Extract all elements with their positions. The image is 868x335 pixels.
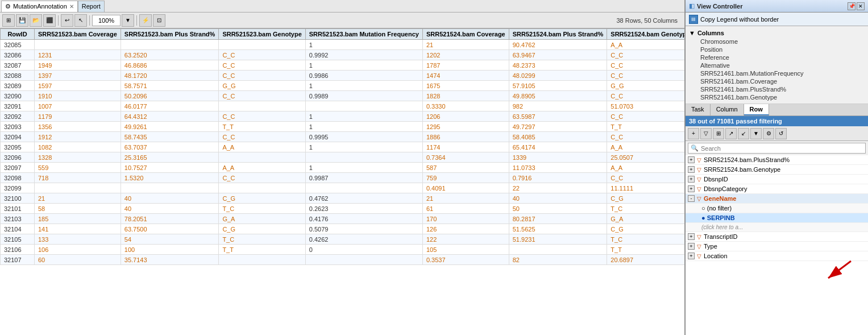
col-item-chromosome[interactable]: Chromosome — [689, 38, 865, 46]
expand-type[interactable]: + — [688, 243, 695, 250]
table-row[interactable]: 32091100746.01770.333098251.0703SERPINB5… — [1, 101, 685, 111]
col-header-rowid[interactable]: RowID — [1, 29, 35, 40]
col-item-mutfreq[interactable]: SRR521461.bam.MutationFrequency — [689, 69, 865, 77]
filter-item-genename[interactable]: - ▽ GeneName — [686, 194, 868, 204]
table-row[interactable]: 3210414163.7500C_G0.507912651.5625C_Grs1… — [1, 224, 685, 234]
toolbar-btn-3[interactable]: 📂 — [30, 14, 42, 27]
col-item-reference[interactable]: Reference — [689, 53, 865, 61]
search-box[interactable]: 🔍 — [688, 143, 866, 154]
filter-item-dbsnpcat[interactable]: + ▽ DbsnpCategory — [686, 184, 868, 194]
vc-settings-btn[interactable]: ⚙ — [763, 128, 774, 139]
vc-refresh-btn[interactable]: ↺ — [775, 128, 787, 139]
table-row[interactable]: 32095108263.7037A_A1117465.4174A_Ars1166… — [1, 142, 685, 152]
table-row[interactable]: 32092117964.4312C_C1120663.5987C_Crs894C… — [1, 111, 685, 122]
tab-report[interactable]: Report — [78, 1, 105, 12]
table-container[interactable]: RowID SRR521523.bam Coverage SRR521523.b… — [0, 28, 684, 335]
table-cell: 32091 — [1, 101, 35, 111]
filter-item-location[interactable]: + ▽ Location — [686, 251, 868, 261]
vc-more-btn[interactable]: ▼ — [750, 128, 762, 139]
expand-genotype[interactable]: + — [688, 166, 695, 173]
vc-export-btn[interactable]: ↗ — [725, 128, 737, 139]
tab-close-mutation[interactable]: ✕ — [69, 3, 74, 10]
vc-close-btn[interactable]: ✕ — [857, 2, 865, 10]
expand-dbsnpid[interactable]: + — [688, 176, 695, 183]
table-cell: 1597 — [35, 81, 121, 91]
columns-section-header[interactable]: ▼ Columns — [689, 28, 865, 38]
col-header-6[interactable]: SRR521524.bam Plus Strand% — [509, 29, 607, 40]
tab-row[interactable]: Row — [744, 104, 769, 115]
table-row[interactable]: 32094191258.7435C_C0.9995188658.4085C_Cr… — [1, 132, 685, 142]
vc-filter-btn[interactable]: ▽ — [700, 128, 712, 139]
zoom-dropdown[interactable]: ▼ — [122, 14, 134, 27]
col-item-alternative[interactable]: Alternative — [689, 61, 865, 69]
filter-icon-dbsnpid: ▽ — [697, 176, 701, 183]
col-header-5[interactable]: SRR521524.bam Coverage — [422, 29, 509, 40]
table-row[interactable]: 321015840T_C0.26236150T_Crs61735186Commo… — [1, 204, 685, 214]
table-row[interactable]: 32090191050.2096C_C0.9989182849.8905C_Cr… — [1, 91, 685, 101]
tab-column[interactable]: Column — [711, 104, 744, 115]
toolbar-btn-4[interactable]: ⬛ — [43, 14, 56, 27]
zoom-input[interactable] — [92, 15, 121, 26]
col-item-genotype[interactable]: SRR521461.bam.Genotype — [689, 93, 865, 101]
vc-pin-btn[interactable]: 📌 — [848, 2, 855, 10]
col-item-coverage[interactable]: SRR521461.bam.Coverage — [689, 77, 865, 85]
table-cell: 65.4174 — [509, 142, 607, 152]
table-row[interactable]: 32093135649.9261T_T1129549.7297T_Trs5613… — [1, 122, 685, 132]
table-row[interactable]: 32086123163.2520C_C0.9992120263.9467C_Cr… — [1, 50, 685, 60]
col-item-position[interactable]: Position — [689, 46, 865, 53]
filter-item-type[interactable]: + ▽ Type — [686, 242, 868, 251]
toolbar-btn-7[interactable]: ⊡ — [153, 14, 165, 27]
table-row[interactable]: 3210318578.2051G_A0.417617080.2817G_Ars1… — [1, 214, 685, 224]
click-hint[interactable]: (click here to a... — [686, 223, 868, 232]
toolbar-btn-6[interactable]: ⚡ — [139, 14, 152, 27]
filter-item-dbsnpid[interactable]: + ▽ DbsnpID — [686, 175, 868, 184]
col-header-7[interactable]: SRR521524.bam Genotype — [607, 29, 684, 40]
filter-item-plusstrand[interactable]: + ▽ SRR521524.bam.PlusStrand% — [686, 155, 868, 165]
expand-genename[interactable]: - — [688, 195, 695, 202]
expand-location[interactable]: + — [688, 253, 695, 259]
toolbar-btn-1[interactable]: ⊞ — [2, 14, 15, 27]
filter-icon-genotype: ▽ — [697, 167, 701, 173]
table-row[interactable]: 32096132825.31650.7364133925.0507SERPINB… — [1, 152, 685, 163]
table-row[interactable]: 321002140C_G0.47622140C_Grs3180227Common… — [1, 193, 685, 204]
filter-option-serpinb[interactable]: ● SERPINB — [686, 213, 868, 223]
col-header-3[interactable]: SRR521523.bam Genotype — [219, 29, 305, 40]
col-header-2[interactable]: SRR521523.bam Plus Strand% — [121, 29, 219, 40]
tab-task[interactable]: Task — [686, 104, 711, 115]
copy-legend-btn[interactable]: ▤ Copy Legend without border — [686, 13, 868, 26]
tab-mutation-annotation[interactable]: ⚙ MutationAnnotation ✕ — [1, 1, 78, 12]
table-row[interactable]: 3209755910.7527A_A158711.0733A_Ars111523… — [1, 163, 685, 173]
table-row[interactable]: 32089159758.7571G_G1167557.9105G_Grs1455… — [1, 81, 685, 91]
vc-import-btn[interactable]: ↙ — [738, 128, 749, 139]
expand-transcriptid[interactable]: + — [688, 233, 695, 240]
table-row[interactable]: 3210513354T_C0.426212251.9231T_Crs374495… — [1, 234, 685, 245]
table-cell: 106 — [35, 245, 121, 255]
search-input[interactable] — [701, 145, 863, 152]
toolbar-btn-5[interactable]: ↩ — [61, 14, 73, 27]
filter-option-no-filter[interactable]: ○ (no filter) — [686, 204, 868, 213]
table-row[interactable]: 320990.40912211.1111T_Crs1020693CommonSE… — [1, 183, 685, 193]
expand-plusstrand[interactable]: + — [688, 156, 695, 163]
table-cell: 21 — [422, 193, 509, 204]
expand-dbsnpcat[interactable]: + — [688, 185, 695, 192]
tab-bar: ⚙ MutationAnnotation ✕ Report — [0, 0, 684, 13]
table-row[interactable]: 32087194946.8686C_C1178748.2373C_Crs2289… — [1, 60, 685, 71]
col-item-plusstrand[interactable]: SRR521461.bam.PlusStrand% — [689, 85, 865, 93]
vc-table-btn[interactable]: ⊞ — [713, 128, 724, 139]
table-row[interactable]: 32088139748.1720C_C0.9986147448.0299C_Cr… — [1, 71, 685, 81]
col-header-4[interactable]: SRR521523.bam Mutation Frequency — [305, 29, 422, 40]
table-cell: 49.8905 — [509, 91, 607, 101]
table-cell: 10.7527 — [121, 163, 219, 173]
table-cell: T_C — [607, 204, 684, 214]
filter-item-transcriptid[interactable]: + ▽ TranscriptID — [686, 232, 868, 242]
table-row[interactable]: 320987181.5320C_C0.99877590.7916C_Crs115… — [1, 173, 685, 183]
col-header-1[interactable]: SRR521523.bam Coverage — [35, 29, 121, 40]
vc-add-btn[interactable]: + — [688, 128, 699, 139]
table-row[interactable]: 32106106100T_T0105T_Trs777795459SERPINB8… — [1, 245, 685, 255]
filter-item-genotype[interactable]: + ▽ SRR521524.bam.Genotype — [686, 165, 868, 175]
table-row[interactable]: 321076035.71430.35378220.6897rs71162693S… — [1, 255, 685, 265]
table-row[interactable]: 3208512190.4762A_Ars3744942CommonSERPINB… — [1, 40, 685, 50]
toolbar-btn-2[interactable]: 💾 — [16, 14, 28, 27]
table-cell: 1787 — [422, 60, 509, 71]
toolbar-btn-arrow[interactable]: ↖ — [74, 14, 87, 27]
